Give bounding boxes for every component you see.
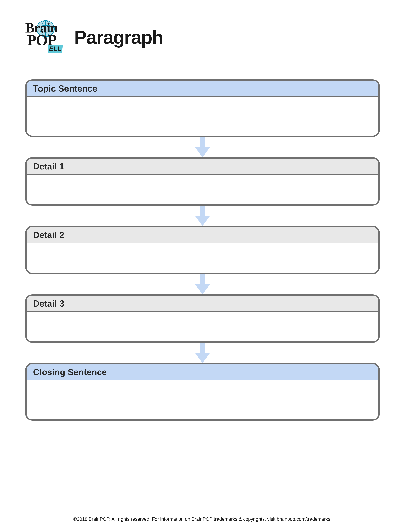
header-row: Brain POP ELL Paragraph [25,20,380,54]
arrow-down-icon [195,343,210,363]
detail-1-box: Detail 1 [25,157,380,206]
arrow-wrap [195,274,210,294]
brainpop-logo: Brain POP ELL [25,20,64,54]
logo-pop-text: POP [27,34,57,47]
arrow-wrap [195,137,210,157]
arrow-wrap [195,206,210,226]
detail-3-body[interactable] [27,312,378,341]
arrow-wrap [195,343,210,363]
topic-sentence-body[interactable] [27,97,378,136]
logo-text: Brain POP [25,22,57,47]
arrow-down-icon [195,137,210,157]
detail-3-header: Detail 3 [27,296,378,312]
closing-sentence-header: Closing Sentence [27,364,378,380]
detail-1-header: Detail 1 [27,159,378,175]
detail-1-body[interactable] [27,175,378,204]
arrow-down-icon [195,206,210,226]
detail-2-box: Detail 2 [25,226,380,274]
topic-sentence-header: Topic Sentence [27,81,378,97]
closing-sentence-body[interactable] [27,380,378,419]
logo-ell-badge: ELL [48,45,63,53]
detail-3-box: Detail 3 [25,294,380,343]
closing-sentence-box: Closing Sentence [25,363,380,421]
topic-sentence-box: Topic Sentence [25,79,380,137]
detail-2-header: Detail 2 [27,227,378,243]
arrow-down-icon [195,274,210,294]
page-title: Paragraph [74,27,163,48]
boxes-container: Topic Sentence Detail 1 Detail 2 [25,79,380,501]
detail-2-body[interactable] [27,243,378,273]
footer-copyright: ©2018 BrainPOP. All rights reserved. For… [25,501,380,522]
page-container: Brain POP ELL Paragraph Topic Sentence D… [0,0,405,532]
